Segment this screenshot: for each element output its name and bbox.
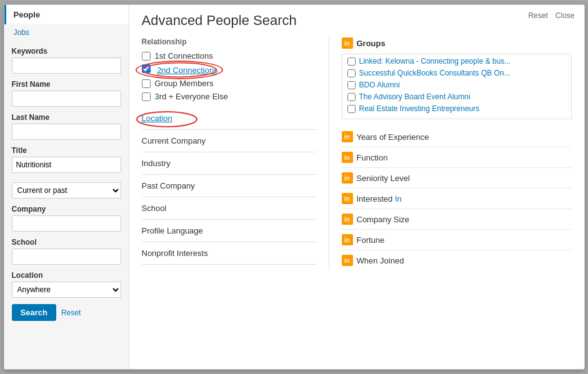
sidebar-form: Keywords First Name Last Name Title Cu bbox=[4, 41, 129, 327]
filter-profile-language[interactable]: Profile Language bbox=[142, 219, 316, 242]
title-group: Title Current or past Current Past bbox=[12, 146, 121, 199]
premium-company-size[interactable]: in Company Size bbox=[342, 209, 572, 229]
function-badge: in bbox=[342, 152, 353, 163]
search-button[interactable]: Search bbox=[12, 304, 56, 321]
checkbox-3rd-label: 3rd + Everyone Else bbox=[155, 92, 228, 101]
company-size-badge: in bbox=[342, 214, 353, 225]
2nd-connections-wrapper: 2nd Connections bbox=[142, 64, 218, 75]
last-name-input[interactable] bbox=[12, 124, 121, 140]
checkbox-1st-input[interactable] bbox=[142, 52, 151, 61]
checkbox-2nd-input[interactable] bbox=[142, 64, 151, 73]
company-group: Company bbox=[12, 205, 121, 232]
keywords-label: Keywords bbox=[12, 47, 121, 56]
checkbox-2nd-label[interactable]: 2nd Connections bbox=[157, 66, 218, 75]
content-columns: Relationship 1st Connections bbox=[142, 37, 572, 270]
filter-past-company[interactable]: Past Company bbox=[142, 174, 316, 197]
group-check-bdo[interactable] bbox=[347, 81, 356, 89]
interested-label: Interested In bbox=[357, 194, 402, 204]
circle-annotation-location bbox=[136, 111, 198, 128]
left-column: Relationship 1st Connections bbox=[142, 37, 329, 270]
checkbox-1st-label: 1st Connections bbox=[155, 51, 213, 61]
checkbox-3rd-input[interactable] bbox=[142, 92, 151, 101]
checkbox-2nd: 2nd Connections bbox=[142, 64, 316, 75]
last-name-group: Last Name bbox=[12, 113, 121, 140]
modal-top-actions: Reset Close bbox=[528, 11, 574, 20]
group-check-kelowna[interactable] bbox=[347, 57, 356, 66]
filter-school[interactable]: School bbox=[142, 197, 316, 219]
years-label: Years of Experience bbox=[357, 132, 429, 142]
relationship-label: Relationship bbox=[142, 37, 316, 46]
sidebar-reset-link[interactable]: Reset bbox=[61, 308, 81, 317]
company-size-label: Company Size bbox=[357, 215, 410, 224]
sidebar-people[interactable]: People bbox=[4, 5, 129, 24]
company-input[interactable] bbox=[12, 215, 121, 232]
group-label-advisory[interactable]: The Advisory Board Event Alumni bbox=[359, 92, 471, 101]
checkbox-1st: 1st Connections bbox=[142, 51, 316, 61]
fortune-badge: in bbox=[342, 234, 353, 245]
title-select[interactable]: Current or past Current Past bbox=[12, 182, 121, 199]
group-label-kelowna[interactable]: Linked: Kelowna - Connecting people & bu… bbox=[359, 57, 511, 66]
school-input[interactable] bbox=[12, 249, 121, 265]
filter-industry[interactable]: Industry bbox=[142, 152, 316, 174]
group-item-advisory: The Advisory Board Event Alumni bbox=[346, 92, 567, 101]
close-link[interactable]: Close bbox=[556, 11, 575, 20]
interested-badge: in bbox=[342, 193, 353, 204]
modal-overlay: People Jobs Keywords First Name Last Nam… bbox=[0, 0, 588, 374]
groups-in-badge: in bbox=[342, 37, 353, 49]
school-label: School bbox=[12, 238, 121, 247]
school-group: School bbox=[12, 238, 121, 265]
groups-header: in Groups bbox=[342, 37, 572, 49]
reset-link[interactable]: Reset bbox=[528, 11, 547, 20]
location-filter-wrapper: Location bbox=[142, 114, 172, 123]
group-check-real-estate[interactable] bbox=[347, 105, 356, 113]
filter-current-company[interactable]: Current Company bbox=[142, 129, 316, 152]
title-label: Title bbox=[12, 146, 121, 155]
seniority-badge: in bbox=[342, 172, 353, 184]
first-name-label: First Name bbox=[12, 80, 121, 89]
premium-interested-in[interactable]: in Interested In bbox=[342, 188, 572, 209]
search-actions: Search Reset bbox=[12, 304, 121, 321]
sidebar: People Jobs Keywords First Name Last Nam… bbox=[4, 5, 129, 369]
when-joined-badge: in bbox=[342, 255, 353, 266]
group-label-real-estate[interactable]: Real Estate Investing Entrepreneurs bbox=[359, 104, 480, 113]
location-select[interactable]: Anywhere Greater London Area United Stat… bbox=[12, 282, 121, 298]
group-item-real-estate: Real Estate Investing Entrepreneurs bbox=[346, 104, 567, 113]
premium-function[interactable]: in Function bbox=[342, 147, 572, 167]
premium-items: in Years of Experience in Function in Se… bbox=[342, 127, 572, 270]
page-title: Advanced People Search bbox=[142, 12, 572, 29]
svg-point-1 bbox=[137, 112, 197, 127]
premium-years-of-experience[interactable]: in Years of Experience bbox=[342, 127, 572, 147]
keywords-input[interactable] bbox=[12, 57, 121, 74]
groups-label: Groups bbox=[357, 39, 386, 48]
checkbox-group-members-input[interactable] bbox=[142, 79, 151, 88]
group-item-bdo: BDO Alumni bbox=[346, 81, 567, 89]
groups-section: in Groups Linked: Kelowna - Connecting p… bbox=[342, 37, 572, 119]
location-label: Location bbox=[12, 271, 121, 280]
main-content: Reset Close Advanced People Search Relat… bbox=[129, 5, 584, 369]
filter-nonprofit[interactable]: Nonprofit Interests bbox=[142, 242, 316, 265]
sidebar-jobs[interactable]: Jobs bbox=[4, 24, 129, 41]
last-name-label: Last Name bbox=[12, 113, 121, 122]
company-label: Company bbox=[12, 205, 121, 214]
group-item-kelowna: Linked: Kelowna - Connecting people & bu… bbox=[346, 57, 567, 66]
years-badge: in bbox=[342, 131, 353, 142]
when-joined-label: When Joined bbox=[357, 256, 404, 265]
group-check-quickbooks[interactable] bbox=[347, 69, 356, 77]
group-check-advisory[interactable] bbox=[347, 93, 356, 101]
checkbox-group-members-label: Group Members bbox=[155, 79, 214, 88]
premium-fortune[interactable]: in Fortune bbox=[342, 229, 572, 250]
premium-when-joined[interactable]: in When Joined bbox=[342, 250, 572, 270]
function-label: Function bbox=[357, 153, 388, 162]
group-item-quickbooks: Successful QuickBooks Consultants QB On.… bbox=[346, 69, 567, 77]
checkbox-group-members: Group Members bbox=[142, 79, 316, 88]
first-name-group: First Name bbox=[12, 80, 121, 107]
group-label-bdo[interactable]: BDO Alumni bbox=[359, 81, 400, 89]
interested-in-highlight: In bbox=[395, 194, 402, 204]
title-input[interactable] bbox=[12, 157, 121, 173]
filter-rows: Current Company Industry Past Company Sc… bbox=[142, 129, 316, 265]
first-name-input[interactable] bbox=[12, 91, 121, 107]
premium-seniority[interactable]: in Seniority Level bbox=[342, 167, 572, 188]
groups-list: Linked: Kelowna - Connecting people & bu… bbox=[342, 54, 572, 119]
advanced-search-modal: People Jobs Keywords First Name Last Nam… bbox=[4, 4, 585, 370]
group-label-quickbooks[interactable]: Successful QuickBooks Consultants QB On.… bbox=[359, 69, 511, 77]
